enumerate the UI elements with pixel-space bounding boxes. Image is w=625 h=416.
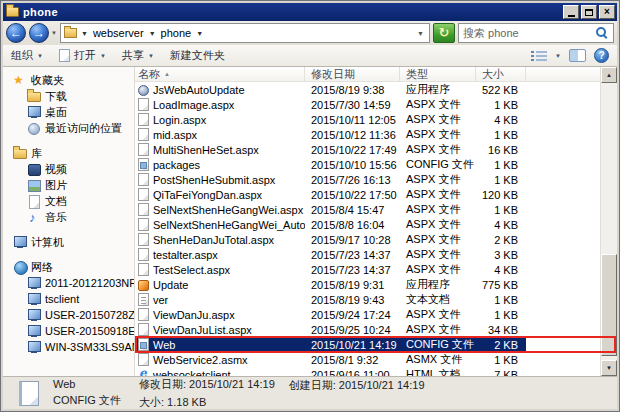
sidebar-item[interactable]: 音乐 <box>3 209 134 225</box>
table-row[interactable]: ver2015/8/19 9:43文本文档1 KB <box>135 292 617 307</box>
sidebar-item[interactable]: 文档 <box>3 193 134 209</box>
file-type-cell: ASPX 文件 <box>400 262 476 277</box>
table-row[interactable]: LoadImage.aspx2015/7/30 14:59ASPX 文件1 KB <box>135 97 617 112</box>
sidebar-item-label: 最近访问的位置 <box>45 121 122 136</box>
sidebar-item[interactable]: 图片 <box>3 177 134 193</box>
document-file-icon <box>138 203 149 216</box>
organize-button[interactable]: 组织 ▼ <box>11 48 43 63</box>
column-header-size[interactable]: 大小 <box>476 67 526 81</box>
maximize-icon <box>585 9 593 16</box>
table-row[interactable]: Login.aspx2015/10/11 12:05ASPX 文件4 KB <box>135 112 617 127</box>
sidebar-item[interactable]: USER-20150918ES <box>3 323 134 339</box>
table-row[interactable]: packages2015/10/10 15:56CONFIG 文件1 KB <box>135 157 617 172</box>
chevron-down-icon: ▼ <box>100 53 106 59</box>
downloads-folder-icon <box>27 92 41 102</box>
close-button[interactable]: × <box>599 5 615 19</box>
maximize-button[interactable] <box>581 5 597 19</box>
table-row[interactable]: mid.aspx2015/10/12 11:36ASPX 文件1 KB <box>135 127 617 142</box>
share-button[interactable]: 共享 ▼ <box>122 48 154 63</box>
file-name-cell: ShenHeDanJuTotal.aspx <box>135 233 305 246</box>
file-name-cell: WebService2.asmx <box>135 353 305 366</box>
search-input[interactable]: 搜索 phone <box>458 23 614 43</box>
document-file-icon <box>138 113 149 126</box>
modified-date-cell: 2015/10/11 12:05 <box>305 114 400 126</box>
file-size-cell: 34 KB <box>476 324 526 336</box>
file-name: WebService2.asmx <box>153 354 248 366</box>
scrollbar-thumb[interactable] <box>601 254 617 356</box>
file-name: TestSelect.aspx <box>153 264 230 276</box>
vertical-scrollbar[interactable]: ▲ ▼ <box>600 67 617 376</box>
chevron-down-icon[interactable]: ▼ <box>555 53 561 59</box>
file-name-cell: ViewDanJu.aspx <box>135 308 305 321</box>
sidebar-item[interactable]: 收藏夹 <box>3 72 134 88</box>
table-row[interactable]: SelNextShenHeGangWei_Auto.aspx2015/8/8 1… <box>135 217 617 232</box>
sidebar-item[interactable]: USER-20150728ZU <box>3 307 134 323</box>
address-dropdown-icon[interactable]: ▼ <box>417 30 426 37</box>
modified-date-cell: 2015/9/25 10:24 <box>305 324 400 336</box>
table-row[interactable]: Update2015/8/19 9:31应用程序775 KB <box>135 277 617 292</box>
file-type-cell: ASPX 文件 <box>400 217 476 232</box>
file-name: mid.aspx <box>153 129 197 141</box>
table-row[interactable]: QiTaFeiYongDan.aspx2015/10/22 17:50ASPX … <box>135 187 617 202</box>
history-dropdown-icon[interactable]: ▼ <box>51 30 57 36</box>
network-computer-icon <box>27 341 41 354</box>
scroll-down-icon[interactable]: ▼ <box>601 360 617 376</box>
table-row[interactable]: PostShenHeSubmit.aspx2015/7/26 16:13ASPX… <box>135 172 617 187</box>
search-icon[interactable] <box>595 26 609 40</box>
table-row[interactable]: ShenHeDanJuTotal.aspx2015/9/17 10:28ASPX… <box>135 232 617 247</box>
breadcrumb-item-phone[interactable]: phone <box>160 27 193 39</box>
file-name: Login.aspx <box>153 114 206 126</box>
table-row[interactable]: WebService2.asmx2015/8/1 9:32ASMX 文件1 KB <box>135 352 617 367</box>
new-folder-button[interactable]: 新建文件夹 <box>170 48 225 63</box>
column-header-type[interactable]: 类型 <box>400 67 476 81</box>
file-name: ver <box>153 294 168 306</box>
file-type-cell: ASPX 文件 <box>400 142 476 157</box>
sidebar-item[interactable]: 视频 <box>3 161 134 177</box>
column-header-name[interactable]: 名称 ▲ <box>135 67 305 81</box>
breadcrumb[interactable]: ▼ webserver ▼ phone ▼ ▼ <box>60 23 430 43</box>
column-header-modified[interactable]: 修改日期 <box>305 67 400 81</box>
sidebar-item[interactable]: 桌面 <box>3 104 134 120</box>
scroll-up-icon[interactable]: ▲ <box>601 67 617 83</box>
table-row[interactable]: websocketclient2015/9/16 11:00HTML 文档7 K… <box>135 367 617 376</box>
table-row[interactable]: ViewDanJuList.aspx2015/9/25 10:24ASPX 文件… <box>135 322 617 337</box>
table-row[interactable]: TestSelect.aspx2015/7/23 14:37ASPX 文件4 K… <box>135 262 617 277</box>
sidebar-item[interactable]: 最近访问的位置 <box>3 120 134 136</box>
table-row[interactable]: MultiShenHeSet.aspx2015/10/22 17:49ASPX … <box>135 142 617 157</box>
forward-button[interactable]: → <box>29 23 49 43</box>
sidebar-item[interactable]: tsclient <box>3 291 134 307</box>
sidebar-item[interactable]: WIN-3SM33LS9AMO <box>3 339 134 355</box>
address-bar: ← → ▼ ▼ webserver ▼ phone ▼ ▼ ↻ 搜索 phone <box>3 21 617 45</box>
command-bar: 组织 ▼ 打开 ▼ 共享 ▼ 新建文件夹 ▼ ? <box>3 45 617 67</box>
file-name-cell: Login.aspx <box>135 113 305 126</box>
network-icon <box>13 261 27 274</box>
sidebar-item[interactable]: 计算机 <box>3 234 134 250</box>
change-view-button[interactable] <box>531 50 547 62</box>
minimize-button[interactable] <box>563 5 579 19</box>
table-row[interactable]: JsWebAutoUpdate2015/8/19 9:38应用程序522 KB <box>135 82 617 97</box>
search-placeholder: 搜索 phone <box>463 26 595 41</box>
modified-date-cell: 2015/9/24 17:24 <box>305 309 400 321</box>
file-size-cell: 1 KB <box>476 159 526 171</box>
table-row[interactable]: Web2015/10/21 14:19CONFIG 文件2 KB <box>135 337 617 352</box>
document-file-icon <box>138 173 149 186</box>
open-button[interactable]: 打开 ▼ <box>59 48 106 63</box>
file-name-cell: Update <box>135 279 305 291</box>
details-created-date: 创建日期: 2015/10/21 14:19 <box>289 378 425 393</box>
music-icon <box>27 211 41 224</box>
sidebar-item[interactable]: 下载 <box>3 88 134 104</box>
sidebar-item[interactable]: 库 <box>3 145 134 161</box>
details-size: 大小: 1.18 KB <box>139 395 275 410</box>
table-row[interactable]: ViewDanJu.aspx2015/9/24 17:24ASPX 文件1 KB <box>135 307 617 322</box>
sidebar-item[interactable]: 2011-20121203NF <box>3 275 134 291</box>
breadcrumb-item-webserver[interactable]: webserver <box>92 27 145 39</box>
sidebar-item[interactable]: 网络 <box>3 259 134 275</box>
help-button[interactable]: ? <box>594 48 609 63</box>
file-type-cell: ASPX 文件 <box>400 307 476 322</box>
table-row[interactable]: SelNextShenHeGangWei.aspx2015/8/4 15:47A… <box>135 202 617 217</box>
table-row[interactable]: testalter.aspx2015/7/23 14:37ASPX 文件3 KB <box>135 247 617 262</box>
preview-pane-button[interactable] <box>569 49 586 62</box>
modified-date-cell: 2015/10/12 11:36 <box>305 129 400 141</box>
refresh-button[interactable]: ↻ <box>433 23 455 43</box>
back-button[interactable]: ← <box>6 23 26 43</box>
